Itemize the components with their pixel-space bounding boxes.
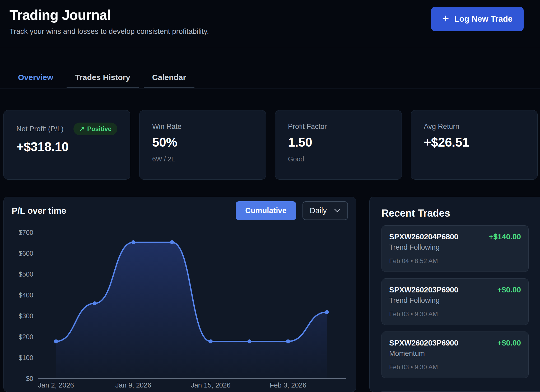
y-tick-label: $200 [18,333,33,340]
chevron-down-icon [334,209,341,213]
stat-value: +$26.51 [424,135,525,150]
y-tick-label: $100 [18,354,33,361]
tab-overview[interactable]: Overview [10,73,62,88]
trade-pnl: +$140.00 [489,232,521,241]
trade-symbol: SPXW260203P6900 [389,339,458,347]
trades-list: SPXW260204P6800 +$140.00 Trend Following… [381,225,540,378]
page-header: Trading Journal Track your wins and loss… [0,0,540,48]
chart-data-point [170,240,174,244]
x-tick-label: Jan 9, 2026 [115,381,151,389]
chart-data-point [325,310,329,314]
chart-title: P/L over time [12,206,66,216]
recent-trades-title: Recent Trades [381,208,540,219]
y-tick-label: $700 [18,229,33,236]
header-text: Trading Journal Track your wins and loss… [10,7,209,36]
stat-label: Net Profit (P/L) [16,125,64,133]
trade-strategy: Momentum [389,349,521,358]
tab-calendar[interactable]: Calendar [144,73,194,88]
trade-pnl: +$0.00 [497,286,521,294]
stat-label: Win Rate [152,123,181,131]
trade-datetime: Feb 04 • 8:52 AM [389,257,521,265]
stat-label: Avg Return [424,123,459,131]
chart-data-point [286,339,290,343]
trend-up-icon: ↗ [79,125,85,133]
chart-data-point [209,339,213,343]
chart-data-point [93,301,97,305]
trade-datetime: Feb 03 • 9:30 AM [389,363,521,371]
trade-symbol: SPXW260204P6800 [389,232,458,241]
chart-area [56,242,327,379]
trade-list-item[interactable]: SPXW260203P6900 +$0.00 Trend Following F… [381,278,529,325]
x-tick-label: Jan 2, 2026 [38,381,74,389]
trade-datetime: Feb 03 • 9:30 AM [389,310,521,318]
trade-symbol: SPXW260203P6900 [389,286,458,294]
y-tick-label: $400 [18,291,33,299]
page-subtitle: Track your wins and losses to develop co… [10,27,209,36]
chart-data-point [131,240,135,244]
y-tick-label: $300 [18,312,33,320]
tab-bar: Overview Trades History Calendar [0,48,540,88]
tab-trades-history[interactable]: Trades History [67,73,138,88]
cumulative-button[interactable]: Cumulative [236,201,296,220]
stat-card-profit-factor: Profit Factor 1.50 Good [275,110,402,180]
x-tick-label: Jan 15, 2026 [191,381,230,389]
y-tick-label: $600 [18,250,33,257]
x-tick-label: Feb 3, 2026 [270,381,306,389]
trade-list-item[interactable]: SPXW260204P6800 +$140.00 Trend Following… [381,225,529,272]
log-new-trade-button[interactable]: + Log New Trade [431,7,524,31]
interval-select-value: Daily [310,206,327,215]
y-tick-label: $500 [18,270,33,278]
trade-strategy: Trend Following [389,243,521,251]
stat-value: 1.50 [288,135,389,150]
stat-card-win-rate: Win Rate 50% 6W / 2L [139,110,266,180]
stat-card-net-profit: Net Profit (P/L) ↗ Positive +$318.10 [3,110,130,180]
panel-footer-divider [381,391,540,391]
log-new-trade-label: Log New Trade [454,14,513,24]
stat-card-avg-return: Avg Return +$26.51 [411,110,538,180]
stat-sub: Good [288,155,389,163]
chart-data-point [54,339,58,343]
badge-label: Positive [87,125,111,133]
recent-trades-panel: Recent Trades SPXW260204P6800 +$140.00 T… [369,197,540,392]
stats-row: Net Profit (P/L) ↗ Positive +$318.10 Win… [3,110,540,180]
trade-strategy: Trend Following [389,296,521,305]
stat-sub: 6W / 2L [152,155,253,163]
page-title: Trading Journal [10,7,209,23]
interval-select[interactable]: Daily [302,201,348,220]
pl-over-time-chart: $0$100$200$300$400$500$600$700Jan 2, 202… [4,227,356,391]
chart-controls: Cumulative Daily [236,201,348,220]
chart-header: P/L over time Cumulative Daily [4,197,356,220]
chart-data-point [248,339,252,343]
trade-pnl: +$0.00 [497,339,521,347]
stat-value: 50% [152,135,253,150]
positive-badge: ↗ Positive [73,123,117,135]
stat-value: +$318.10 [16,139,117,154]
trade-list-item[interactable]: SPXW260203P6900 +$0.00 Momentum Feb 03 •… [381,332,529,378]
stat-label: Profit Factor [288,123,327,131]
y-tick-label: $0 [26,375,33,382]
pl-chart-card: P/L over time Cumulative Daily $0$100$20… [3,197,356,392]
